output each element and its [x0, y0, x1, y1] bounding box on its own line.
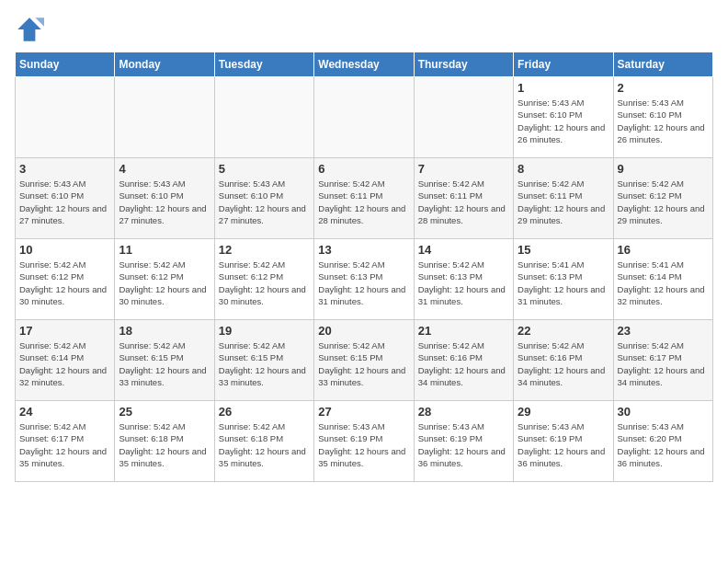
- day-number: 20: [318, 324, 409, 338]
- day-number: 21: [418, 324, 509, 338]
- day-of-week-header: Monday: [115, 52, 214, 77]
- day-number: 30: [618, 405, 709, 419]
- calendar-day-cell: 7Sunrise: 5:42 AM Sunset: 6:11 PM Daylig…: [414, 158, 513, 239]
- calendar-week-row: 17Sunrise: 5:42 AM Sunset: 6:14 PM Dayli…: [16, 320, 713, 401]
- day-info: Sunrise: 5:42 AM Sunset: 6:18 PM Dayligh…: [219, 420, 310, 469]
- day-info: Sunrise: 5:42 AM Sunset: 6:13 PM Dayligh…: [318, 259, 409, 307]
- calendar-week-row: 10Sunrise: 5:42 AM Sunset: 6:12 PM Dayli…: [16, 239, 713, 320]
- calendar-week-row: 3Sunrise: 5:43 AM Sunset: 6:10 PM Daylig…: [16, 158, 713, 239]
- day-info: Sunrise: 5:42 AM Sunset: 6:11 PM Dayligh…: [418, 178, 509, 226]
- day-number: 17: [19, 324, 110, 338]
- day-info: Sunrise: 5:42 AM Sunset: 6:12 PM Dayligh…: [119, 259, 210, 307]
- day-info: Sunrise: 5:42 AM Sunset: 6:15 PM Dayligh…: [219, 339, 310, 388]
- day-info: Sunrise: 5:41 AM Sunset: 6:13 PM Dayligh…: [518, 259, 609, 307]
- day-info: Sunrise: 5:43 AM Sunset: 6:10 PM Dayligh…: [219, 178, 310, 226]
- calendar-day-cell: 21Sunrise: 5:42 AM Sunset: 6:16 PM Dayli…: [414, 320, 513, 401]
- day-number: 14: [418, 243, 509, 257]
- day-info: Sunrise: 5:42 AM Sunset: 6:11 PM Dayligh…: [518, 178, 609, 226]
- calendar-day-cell: 18Sunrise: 5:42 AM Sunset: 6:15 PM Dayli…: [115, 320, 214, 401]
- logo: [15, 15, 48, 44]
- calendar-day-cell: [414, 77, 513, 158]
- day-of-week-header: Sunday: [16, 52, 115, 77]
- day-of-week-header: Friday: [514, 52, 613, 77]
- day-of-week-header: Wednesday: [314, 52, 414, 77]
- day-number: 5: [219, 162, 310, 176]
- calendar-day-cell: 22Sunrise: 5:42 AM Sunset: 6:16 PM Dayli…: [514, 320, 613, 401]
- calendar-day-cell: 16Sunrise: 5:41 AM Sunset: 6:14 PM Dayli…: [613, 239, 712, 320]
- day-info: Sunrise: 5:43 AM Sunset: 6:20 PM Dayligh…: [618, 420, 709, 469]
- calendar-day-cell: 13Sunrise: 5:42 AM Sunset: 6:13 PM Dayli…: [314, 239, 414, 320]
- calendar-day-cell: 26Sunrise: 5:42 AM Sunset: 6:18 PM Dayli…: [214, 401, 313, 482]
- day-info: Sunrise: 5:42 AM Sunset: 6:12 PM Dayligh…: [618, 178, 709, 226]
- day-info: Sunrise: 5:41 AM Sunset: 6:14 PM Dayligh…: [618, 259, 709, 307]
- day-number: 1: [518, 81, 609, 95]
- day-info: Sunrise: 5:43 AM Sunset: 6:10 PM Dayligh…: [518, 97, 609, 145]
- day-number: 18: [119, 324, 210, 338]
- calendar-day-cell: 1Sunrise: 5:43 AM Sunset: 6:10 PM Daylig…: [514, 77, 613, 158]
- day-number: 6: [318, 162, 409, 176]
- calendar-day-cell: 10Sunrise: 5:42 AM Sunset: 6:12 PM Dayli…: [16, 239, 115, 320]
- calendar-day-cell: [115, 77, 214, 158]
- day-number: 3: [19, 162, 110, 176]
- calendar-day-cell: 11Sunrise: 5:42 AM Sunset: 6:12 PM Dayli…: [115, 239, 214, 320]
- day-number: 9: [618, 162, 709, 176]
- calendar-day-cell: 23Sunrise: 5:42 AM Sunset: 6:17 PM Dayli…: [613, 320, 712, 401]
- day-number: 22: [518, 324, 609, 338]
- day-number: 29: [518, 405, 609, 419]
- calendar-day-cell: [314, 77, 414, 158]
- calendar-day-cell: 28Sunrise: 5:43 AM Sunset: 6:19 PM Dayli…: [414, 401, 513, 482]
- day-number: 4: [119, 162, 210, 176]
- calendar-week-row: 1Sunrise: 5:43 AM Sunset: 6:10 PM Daylig…: [16, 77, 713, 158]
- day-number: 2: [618, 81, 709, 95]
- calendar-header-row: SundayMondayTuesdayWednesdayThursdayFrid…: [16, 52, 713, 77]
- calendar-table: SundayMondayTuesdayWednesdayThursdayFrid…: [15, 52, 713, 482]
- calendar-day-cell: [16, 77, 115, 158]
- day-of-week-header: Thursday: [414, 52, 513, 77]
- calendar-day-cell: 15Sunrise: 5:41 AM Sunset: 6:13 PM Dayli…: [514, 239, 613, 320]
- day-number: 16: [618, 243, 709, 257]
- day-number: 23: [618, 324, 709, 338]
- calendar-day-cell: 9Sunrise: 5:42 AM Sunset: 6:12 PM Daylig…: [613, 158, 712, 239]
- calendar-day-cell: 14Sunrise: 5:42 AM Sunset: 6:13 PM Dayli…: [414, 239, 513, 320]
- calendar-day-cell: 17Sunrise: 5:42 AM Sunset: 6:14 PM Dayli…: [16, 320, 115, 401]
- calendar-day-cell: 3Sunrise: 5:43 AM Sunset: 6:10 PM Daylig…: [16, 158, 115, 239]
- day-number: 24: [19, 405, 110, 419]
- day-number: 28: [418, 405, 509, 419]
- day-info: Sunrise: 5:43 AM Sunset: 6:19 PM Dayligh…: [518, 420, 609, 469]
- calendar-day-cell: 20Sunrise: 5:42 AM Sunset: 6:15 PM Dayli…: [314, 320, 414, 401]
- day-info: Sunrise: 5:42 AM Sunset: 6:18 PM Dayligh…: [119, 420, 210, 469]
- day-number: 25: [119, 405, 210, 419]
- page-header: [15, 15, 713, 44]
- day-info: Sunrise: 5:42 AM Sunset: 6:12 PM Dayligh…: [219, 259, 310, 307]
- calendar-day-cell: 27Sunrise: 5:43 AM Sunset: 6:19 PM Dayli…: [314, 401, 414, 482]
- calendar-day-cell: 5Sunrise: 5:43 AM Sunset: 6:10 PM Daylig…: [214, 158, 313, 239]
- calendar-day-cell: 30Sunrise: 5:43 AM Sunset: 6:20 PM Dayli…: [613, 401, 712, 482]
- calendar-day-cell: 25Sunrise: 5:42 AM Sunset: 6:18 PM Dayli…: [115, 401, 214, 482]
- day-info: Sunrise: 5:43 AM Sunset: 6:10 PM Dayligh…: [618, 97, 709, 145]
- calendar-day-cell: 12Sunrise: 5:42 AM Sunset: 6:12 PM Dayli…: [214, 239, 313, 320]
- day-info: Sunrise: 5:43 AM Sunset: 6:19 PM Dayligh…: [318, 420, 409, 469]
- day-info: Sunrise: 5:43 AM Sunset: 6:19 PM Dayligh…: [418, 420, 509, 469]
- day-number: 8: [518, 162, 609, 176]
- day-number: 10: [19, 243, 110, 257]
- day-info: Sunrise: 5:42 AM Sunset: 6:15 PM Dayligh…: [318, 339, 409, 388]
- day-number: 11: [119, 243, 210, 257]
- day-info: Sunrise: 5:42 AM Sunset: 6:15 PM Dayligh…: [119, 339, 210, 388]
- day-of-week-header: Tuesday: [214, 52, 313, 77]
- calendar-day-cell: 2Sunrise: 5:43 AM Sunset: 6:10 PM Daylig…: [613, 77, 712, 158]
- day-info: Sunrise: 5:42 AM Sunset: 6:16 PM Dayligh…: [418, 339, 509, 388]
- calendar-day-cell: 24Sunrise: 5:42 AM Sunset: 6:17 PM Dayli…: [16, 401, 115, 482]
- day-info: Sunrise: 5:42 AM Sunset: 6:12 PM Dayligh…: [19, 259, 110, 307]
- calendar-week-row: 24Sunrise: 5:42 AM Sunset: 6:17 PM Dayli…: [16, 401, 713, 482]
- day-of-week-header: Saturday: [613, 52, 712, 77]
- calendar-day-cell: 4Sunrise: 5:43 AM Sunset: 6:10 PM Daylig…: [115, 158, 214, 239]
- day-info: Sunrise: 5:42 AM Sunset: 6:13 PM Dayligh…: [418, 259, 509, 307]
- day-number: 12: [219, 243, 310, 257]
- day-number: 27: [318, 405, 409, 419]
- day-info: Sunrise: 5:42 AM Sunset: 6:11 PM Dayligh…: [318, 178, 409, 226]
- day-info: Sunrise: 5:42 AM Sunset: 6:16 PM Dayligh…: [518, 339, 609, 388]
- logo-icon: [15, 15, 44, 44]
- calendar-day-cell: 8Sunrise: 5:42 AM Sunset: 6:11 PM Daylig…: [514, 158, 613, 239]
- calendar-day-cell: 6Sunrise: 5:42 AM Sunset: 6:11 PM Daylig…: [314, 158, 414, 239]
- calendar-day-cell: 29Sunrise: 5:43 AM Sunset: 6:19 PM Dayli…: [514, 401, 613, 482]
